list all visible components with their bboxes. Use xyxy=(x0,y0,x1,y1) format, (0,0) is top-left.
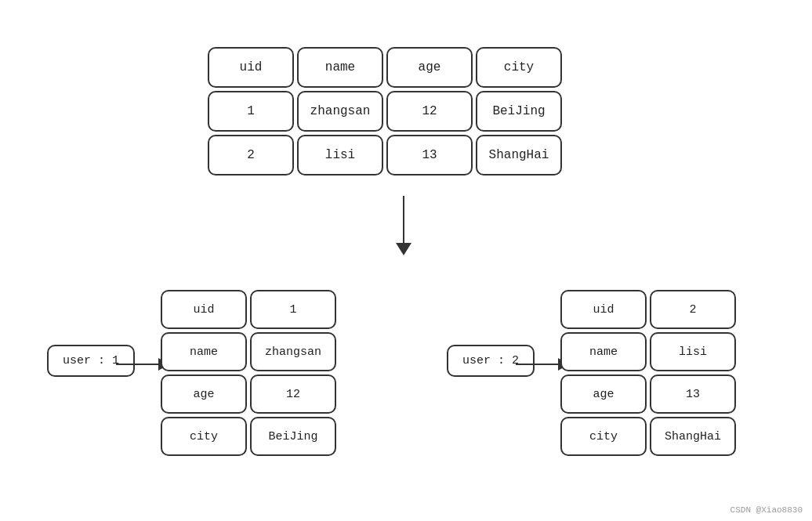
kv-row-name-1: name zhangsan xyxy=(161,332,336,371)
kv-row-city-2: city ShangHai xyxy=(560,417,736,456)
kv-row-city-1: city BeiJing xyxy=(161,417,336,456)
cell-age-1: 12 xyxy=(386,91,473,132)
data-row-1: 1 zhangsan 12 BeiJing xyxy=(208,91,562,132)
cell-uid-2: 2 xyxy=(208,135,294,175)
kv-val-name-1: zhangsan xyxy=(250,332,336,371)
kv-val-uid-1: 1 xyxy=(250,290,336,329)
kv-row-age-1: age 12 xyxy=(161,374,336,414)
cell-city-2: ShangHai xyxy=(476,135,562,175)
kv-val-city-1: BeiJing xyxy=(250,417,336,456)
cell-name-2: lisi xyxy=(297,135,383,175)
cell-city-1: BeiJing xyxy=(476,91,562,132)
kv-row-name-2: name lisi xyxy=(560,332,736,371)
kv-row-uid-2: uid 2 xyxy=(560,290,736,329)
kv-row-uid-1: uid 1 xyxy=(161,290,336,329)
cell-age-2: 13 xyxy=(386,135,473,175)
kv-key-uid-2: uid xyxy=(560,290,647,329)
header-uid: uid xyxy=(208,47,294,88)
arrow-down xyxy=(396,196,411,255)
top-table: uid name age city 1 zhangsan 12 BeiJing … xyxy=(208,47,562,175)
arrow-line-user1 xyxy=(116,364,158,365)
data-row-2: 2 lisi 13 ShangHai xyxy=(208,135,562,175)
kv-val-name-2: lisi xyxy=(650,332,736,371)
watermark: CSDN @Xiao8830 xyxy=(730,505,803,515)
header-age: age xyxy=(386,47,473,88)
header-city: city xyxy=(476,47,562,88)
kv-key-age-2: age xyxy=(560,374,647,414)
header-row: uid name age city xyxy=(208,47,562,88)
kv-row-age-2: age 13 xyxy=(560,374,736,414)
arrow-line-user2 xyxy=(516,364,558,365)
kv-key-uid-1: uid xyxy=(161,290,247,329)
kv-val-age-2: 13 xyxy=(650,374,736,414)
kv-val-age-1: 12 xyxy=(250,374,336,414)
kv-val-uid-2: 2 xyxy=(650,290,736,329)
cell-uid-1: 1 xyxy=(208,91,294,132)
kv-key-city-2: city xyxy=(560,417,647,456)
kv-key-age-1: age xyxy=(161,374,247,414)
bottom-right-table: uid 2 name lisi age 13 city ShangHai xyxy=(560,290,736,456)
kv-key-name-1: name xyxy=(161,332,247,371)
diagram-wrapper: uid name age city 1 zhangsan 12 BeiJing … xyxy=(0,0,812,521)
kv-key-name-2: name xyxy=(560,332,647,371)
header-name: name xyxy=(297,47,383,88)
kv-key-city-1: city xyxy=(161,417,247,456)
kv-val-city-2: ShangHai xyxy=(650,417,736,456)
cell-name-1: zhangsan xyxy=(297,91,383,132)
arrow-line xyxy=(403,196,404,243)
bottom-left-table: uid 1 name zhangsan age 12 city BeiJing xyxy=(161,290,336,456)
arrow-head xyxy=(396,243,411,255)
